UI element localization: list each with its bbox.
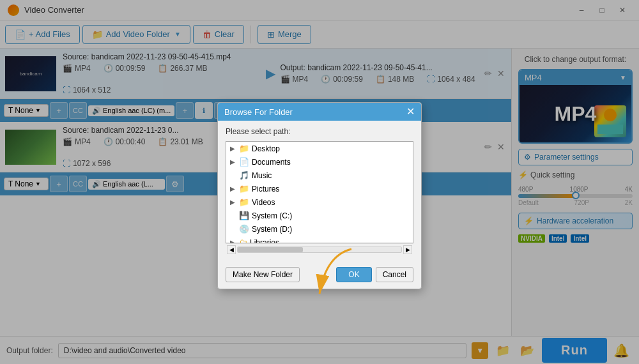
dialog-title: Browse For Folder xyxy=(224,107,293,117)
tree-item-videos[interactable]: ▶ 📁 Videos xyxy=(226,195,413,209)
scroll-track-h[interactable] xyxy=(237,246,402,253)
expand-icon-libraries: ▶ xyxy=(230,239,239,243)
expand-icon-pictures: ▶ xyxy=(230,185,239,192)
tree-label-desktop: Desktop xyxy=(252,144,280,153)
tree-label-documents: Documents xyxy=(252,158,291,167)
tree-item-systemd[interactable]: 💿 System (D:) xyxy=(226,222,413,236)
tree-label-pictures: Pictures xyxy=(252,185,279,193)
tree-label-music: Music xyxy=(252,171,272,180)
folder-tree[interactable]: ▶ 📁 Desktop ▶ 📄 Documents 🎵 Music ▶ 📁 xyxy=(226,141,413,243)
tree-item-pictures[interactable]: ▶ 📁 Pictures xyxy=(226,182,413,195)
dialog-body: Please select path: ▶ 📁 Desktop ▶ 📄 Docu… xyxy=(218,121,421,262)
tree-label-libraries: Libraries xyxy=(250,238,279,244)
horizontal-scrollbar[interactable]: ◀ ▶ xyxy=(226,243,413,255)
folder-icon-libraries: 🗂 xyxy=(239,238,247,243)
ok-button[interactable]: OK xyxy=(336,267,371,282)
browse-folder-dialog: Browse For Folder ✕ Please select path: … xyxy=(217,102,422,289)
tree-item-systemc[interactable]: 💾 System (C:) xyxy=(226,209,413,222)
expand-icon-documents: ▶ xyxy=(230,158,239,165)
scroll-left-btn[interactable]: ◀ xyxy=(227,245,236,254)
expand-icon-desktop: ▶ xyxy=(230,145,239,152)
folder-icon-pictures: 📁 xyxy=(239,184,249,193)
tree-label-systemc: System (C:) xyxy=(252,211,292,220)
tree-label-systemd: System (D:) xyxy=(252,225,292,234)
dialog-overlay: Browse For Folder ✕ Please select path: … xyxy=(0,0,639,364)
dialog-titlebar: Browse For Folder ✕ xyxy=(218,103,421,121)
scroll-thumb-h xyxy=(238,247,303,252)
tree-item-documents[interactable]: ▶ 📄 Documents xyxy=(226,155,413,169)
dialog-close-button[interactable]: ✕ xyxy=(406,107,415,117)
folder-icon-desktop: 📁 xyxy=(239,144,249,153)
cancel-button[interactable]: Cancel xyxy=(376,267,413,282)
folder-icon-documents: 📄 xyxy=(239,157,249,167)
folder-icon-music: 🎵 xyxy=(239,171,249,180)
folder-icon-systemd: 💿 xyxy=(239,224,249,234)
dialog-action-buttons: OK Cancel xyxy=(336,267,413,282)
expand-icon-videos: ▶ xyxy=(230,199,239,206)
make-new-folder-button[interactable]: Make New Folder xyxy=(226,267,300,282)
folder-icon-systemc: 💾 xyxy=(239,211,249,220)
tree-item-music[interactable]: 🎵 Music xyxy=(226,169,413,182)
tree-item-libraries[interactable]: ▶ 🗂 Libraries xyxy=(226,236,413,243)
tree-label-videos: Videos xyxy=(252,198,275,207)
dialog-footer: Make New Folder OK Cancel xyxy=(218,262,421,289)
dialog-prompt: Please select path: xyxy=(226,127,413,136)
scroll-right-btn[interactable]: ▶ xyxy=(403,245,412,254)
tree-item-desktop[interactable]: ▶ 📁 Desktop xyxy=(226,142,413,155)
folder-icon-videos: 📁 xyxy=(239,197,249,207)
